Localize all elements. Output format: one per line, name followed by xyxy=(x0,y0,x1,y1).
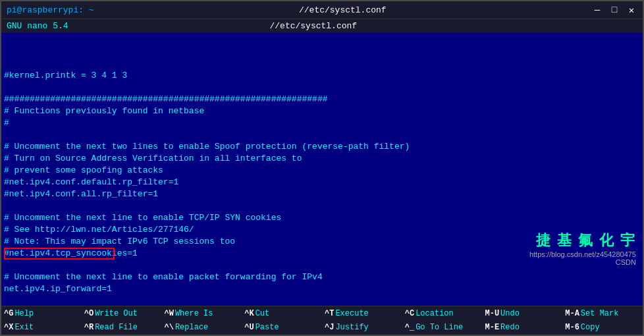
minimize-button[interactable]: — xyxy=(591,5,603,16)
footer-key: ^X xyxy=(4,323,13,332)
footer-key: ^U xyxy=(244,323,254,332)
footer-key: ^J xyxy=(325,323,334,332)
footer-desc: Copy xyxy=(581,323,600,332)
footer-key: ^O xyxy=(84,309,94,318)
footer-key: M-E xyxy=(485,323,500,332)
main-window: pi@raspberrypi: ~ //etc/sysctl.conf — □ … xyxy=(0,0,644,336)
window-controls: — □ ✕ xyxy=(591,5,637,16)
footer-desc: Go To Line xyxy=(416,323,463,332)
maximize-button[interactable]: □ xyxy=(608,5,620,16)
editor-line: #net.ipv4.conf.all.rp_filter=1 xyxy=(4,188,640,200)
footer-desc: Exit xyxy=(14,323,34,332)
editor-line: #kernel.printk = 3 4 1 3 xyxy=(4,70,640,82)
editor-line: # prevent some spoofing attacks xyxy=(4,165,640,177)
footer-desc: Where Is xyxy=(175,309,213,318)
editor-line xyxy=(4,129,640,141)
footer-desc: Cut xyxy=(255,309,270,318)
footer-key: ^C xyxy=(405,309,414,318)
footer-item[interactable]: ^RRead File xyxy=(82,321,162,335)
editor-line: # Turn on Source Address Verification in… xyxy=(4,153,640,165)
editor-line xyxy=(4,295,640,306)
footer-key: ^W xyxy=(165,309,174,318)
editor-line: #net.ipv4.conf.default.rp_filter=1 xyxy=(4,177,640,188)
nano-filename: //etc/sysctl.conf xyxy=(270,21,358,31)
editor-line: # Uncomment the next line to enable pack… xyxy=(4,271,640,283)
nano-version: GNU nano 5.4 xyxy=(7,21,68,31)
footer-item[interactable]: ^OWrite Out xyxy=(82,306,162,321)
footer-item[interactable]: M-UUndo xyxy=(483,306,563,321)
footer-desc: Paste xyxy=(255,323,279,332)
watermark-brand: CSDN xyxy=(529,258,636,266)
footer-key: ^R xyxy=(84,323,94,332)
editor-area[interactable]: #kernel.printk = 3 4 1 3 ###############… xyxy=(1,33,643,306)
watermark-url: https://blog.csdn.net/z454280475 xyxy=(529,250,636,258)
footer-item[interactable]: ^XExit xyxy=(1,321,82,335)
footer-key: ^_ xyxy=(405,323,414,332)
footer-item[interactable]: ^UPaste xyxy=(242,321,322,335)
footer-desc: Help xyxy=(14,309,34,318)
editor-line: # Uncomment the next line to enable TCP/… xyxy=(4,212,640,224)
footer-item[interactable]: ^CLocation xyxy=(402,306,483,321)
footer-item[interactable]: M-6Copy xyxy=(562,321,643,335)
footer-item[interactable]: ^GHelp xyxy=(1,306,82,321)
footer-desc: Set Mark xyxy=(581,309,619,318)
footer-desc: Read File xyxy=(95,323,138,332)
footer-key: ^K xyxy=(244,309,254,318)
title-bar: pi@raspberrypi: ~ //etc/sysctl.conf — □ … xyxy=(1,1,643,18)
editor-line: net.ipv4.ip_forward=1 xyxy=(4,283,640,295)
window-title-left: pi@raspberrypi: ~ xyxy=(7,5,94,15)
footer-row: ^GHelp^OWrite Out^WWhere Is^KCut^TExecut… xyxy=(1,306,643,321)
footer-desc: Justify xyxy=(335,323,368,332)
footer-item[interactable]: ^WWhere Is xyxy=(162,306,242,321)
editor-line xyxy=(4,82,640,94)
footer-key: M-U xyxy=(485,309,500,318)
footer-desc: Undo xyxy=(500,309,520,318)
editor-line: # Functions previously found in netbase xyxy=(4,105,640,117)
watermark: 捷 基 氟 化 宇 https://blog.csdn.net/z4542804… xyxy=(529,231,636,266)
footer-item[interactable]: ^JJustify xyxy=(322,321,402,335)
window-title-center: //etc/sysctl.conf xyxy=(299,5,387,15)
footer-desc: Write Out xyxy=(95,309,138,318)
editor-line: ########################################… xyxy=(4,94,640,105)
editor-line: # Uncomment the next two lines to enable… xyxy=(4,141,640,153)
footer-row: ^XExit^RRead File^\Replace^UPaste^JJusti… xyxy=(1,321,643,335)
footer-item[interactable]: ^_Go To Line xyxy=(402,321,483,335)
editor-line: # xyxy=(4,117,640,129)
close-button[interactable]: ✕ xyxy=(626,5,637,16)
footer-item[interactable]: M-ASet Mark xyxy=(562,306,643,321)
footer-key: M-A xyxy=(565,309,579,318)
footer-item[interactable]: ^TExecute xyxy=(322,306,402,321)
footer-item[interactable]: M-ERedo xyxy=(483,321,563,335)
footer-desc: Location xyxy=(416,309,454,318)
footer-key: M-6 xyxy=(565,323,579,332)
footer-key: ^T xyxy=(325,309,334,318)
footer-desc: Execute xyxy=(335,309,368,318)
footer-key: ^G xyxy=(4,309,13,318)
footer-item[interactable]: ^\Replace xyxy=(162,321,242,335)
footer-desc: Redo xyxy=(500,323,520,332)
nano-header: GNU nano 5.4 //etc/sysctl.conf xyxy=(1,18,643,33)
footer-desc: Replace xyxy=(175,323,208,332)
footer-item[interactable]: ^KCut xyxy=(242,306,322,321)
footer-key: ^\ xyxy=(165,323,174,332)
editor-line xyxy=(4,200,640,212)
footer: ^GHelp^OWrite Out^WWhere Is^KCut^TExecut… xyxy=(1,306,643,335)
watermark-chinese: 捷 基 氟 化 宇 xyxy=(529,231,636,250)
